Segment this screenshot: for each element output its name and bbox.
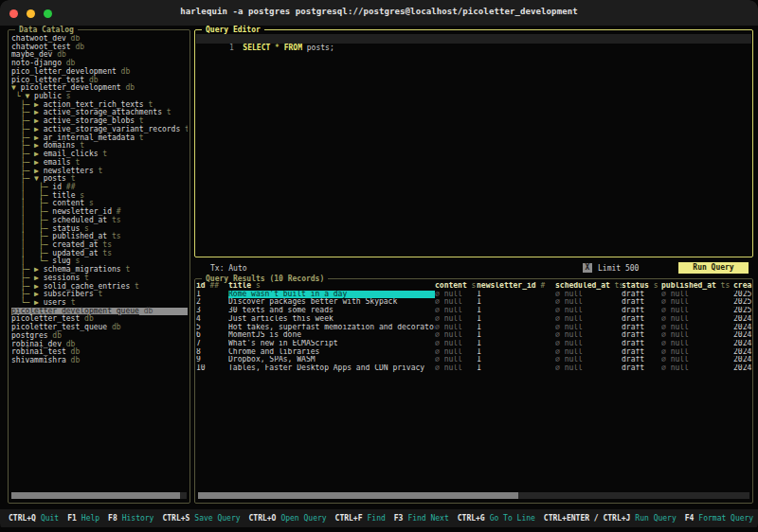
column-header-published_at[interactable]: published_at ts <box>661 282 733 291</box>
shortcut-find[interactable]: CTRL+FFind <box>335 514 386 523</box>
result-cell-title[interactable]: MomentJS is done <box>228 331 435 340</box>
column-header-scheduled_at[interactable]: scheduled_at ts <box>555 282 622 291</box>
result-cell-content[interactable]: ∅ null <box>435 364 477 373</box>
result-cell-content[interactable]: ∅ null <box>435 298 477 307</box>
result-cell-scheduled_at[interactable]: ∅ null <box>555 364 622 373</box>
result-cell-crea[interactable]: 2024 <box>733 348 753 357</box>
result-cell-status[interactable]: draft <box>622 324 661 332</box>
result-cell-status[interactable]: draft <box>622 340 661 348</box>
result-cell-id[interactable]: 9 <box>196 356 228 364</box>
result-cell-crea[interactable]: 2025 <box>733 298 753 307</box>
catalog-horizontal-scrollbar[interactable] <box>11 492 187 499</box>
result-cell-newsletter_id[interactable]: 1 <box>477 364 555 373</box>
column-header-id[interactable]: id ## <box>196 282 228 291</box>
result-cell-title[interactable]: 30 texts and some reads <box>228 307 435 315</box>
shortcut-quit[interactable]: CTRL+QQuit <box>9 514 59 523</box>
result-cell-id[interactable]: 5 <box>196 324 228 332</box>
run-query-button[interactable]: Run Query <box>678 262 749 274</box>
result-cell-status[interactable]: draft <box>622 307 661 315</box>
result-cell-status[interactable]: draft <box>622 291 661 299</box>
result-cell-id[interactable]: 6 <box>196 331 228 340</box>
result-cell-newsletter_id[interactable]: 1 <box>477 315 555 324</box>
result-cell-content[interactable]: ∅ null <box>435 307 477 315</box>
shortcut-open-query[interactable]: CTRL+OOpen Query <box>249 514 327 523</box>
result-cell-status[interactable]: draft <box>622 315 661 324</box>
shortcut-help[interactable]: F1Help <box>67 514 99 523</box>
result-cell-status[interactable]: draft <box>622 298 661 307</box>
result-cell-title[interactable]: Chrome and libraries <box>228 348 435 357</box>
result-cell-status[interactable]: draft <box>622 364 661 373</box>
result-cell-scheduled_at[interactable]: ∅ null <box>555 356 622 364</box>
result-cell-content[interactable]: ∅ null <box>435 348 477 357</box>
shortcut-run-query[interactable]: CTRL+ENTER / CTRL+JRun Query <box>544 514 677 523</box>
result-cell-scheduled_at[interactable]: ∅ null <box>555 348 622 357</box>
result-cell-content[interactable]: ∅ null <box>435 315 477 324</box>
result-cell-newsletter_id[interactable]: 1 <box>477 298 555 307</box>
result-cell-published_at[interactable]: ∅ null <box>661 315 733 324</box>
result-cell-id[interactable]: 10 <box>196 364 228 373</box>
query-editor-panel[interactable]: Query Editor 1 SELECT * FROM posts; <box>194 29 753 257</box>
result-cell-id[interactable]: 7 <box>196 340 228 348</box>
result-cell-published_at[interactable]: ∅ null <box>661 340 733 348</box>
shortcut-find-next[interactable]: F3Find Next <box>394 514 449 523</box>
result-cell-title[interactable]: What's new in ECMAScript <box>228 340 435 348</box>
editor-current-line[interactable]: 1 SELECT * FROM posts; <box>196 34 751 44</box>
result-cell-status[interactable]: draft <box>622 356 661 364</box>
limit-label[interactable]: Limit 500 <box>598 264 639 273</box>
result-cell-content[interactable]: ∅ null <box>435 324 477 332</box>
result-cell-title[interactable]: Just articles this week <box>228 315 435 324</box>
result-cell-title[interactable]: Dropbox, SPAs, WASM <box>228 356 435 364</box>
result-cell-published_at[interactable]: ∅ null <box>661 298 733 307</box>
shortcut-history[interactable]: F8History <box>108 514 153 523</box>
shortcut-save-query[interactable]: CTRL+SSave Query <box>162 514 240 523</box>
result-cell-newsletter_id[interactable]: 1 <box>477 356 555 364</box>
result-cell-title[interactable]: Hot takes, superfast memoization and dec… <box>228 324 435 332</box>
result-cell-newsletter_id[interactable]: 1 <box>477 291 555 299</box>
results-scroll-thumb[interactable] <box>198 492 518 499</box>
result-cell-id[interactable]: 8 <box>196 348 228 357</box>
result-cell-newsletter_id[interactable]: 1 <box>477 348 555 357</box>
result-cell-published_at[interactable]: ∅ null <box>661 364 733 373</box>
column-header-content[interactable]: content s <box>435 282 477 291</box>
result-cell-content[interactable]: ∅ null <box>435 291 477 299</box>
result-cell-newsletter_id[interactable]: 1 <box>477 340 555 348</box>
column-header-title[interactable]: title s <box>228 282 435 291</box>
column-header-crea[interactable]: crea <box>733 282 753 291</box>
result-cell-content[interactable]: ∅ null <box>435 356 477 364</box>
result-cell-id[interactable]: 2 <box>196 298 228 307</box>
result-cell-scheduled_at[interactable]: ∅ null <box>555 315 622 324</box>
result-cell-crea[interactable]: 2024 <box>733 315 753 324</box>
result-cell-title[interactable]: Tables, Faster Desktop Apps and CDN priv… <box>228 364 435 373</box>
result-cell-published_at[interactable]: ∅ null <box>661 348 733 357</box>
result-cell-scheduled_at[interactable]: ∅ null <box>555 340 622 348</box>
result-cell-newsletter_id[interactable]: 1 <box>477 331 555 340</box>
catalog-scroll-thumb[interactable] <box>11 492 180 499</box>
shortcut-go-to-line[interactable]: CTRL+GGo To Line <box>458 514 535 523</box>
result-cell-content[interactable]: ∅ null <box>435 331 477 340</box>
result-cell-id[interactable]: 3 <box>196 307 228 315</box>
result-cell-newsletter_id[interactable]: 1 <box>477 324 555 332</box>
result-cell-scheduled_at[interactable]: ∅ null <box>555 324 622 332</box>
column-header-newsletter_id[interactable]: newsletter_id # <box>477 282 555 291</box>
result-cell-scheduled_at[interactable]: ∅ null <box>555 298 622 307</box>
result-cell-published_at[interactable]: ∅ null <box>661 291 733 299</box>
result-cell-published_at[interactable]: ∅ null <box>661 331 733 340</box>
result-cell-crea[interactable]: 2024 <box>733 356 753 364</box>
result-cell-crea[interactable]: 2024 <box>733 364 753 373</box>
limit-checkbox[interactable]: X <box>583 263 592 273</box>
result-cell-crea[interactable]: 2024 <box>733 340 753 348</box>
result-cell-status[interactable]: draft <box>622 348 661 357</box>
result-cell-newsletter_id[interactable]: 1 <box>477 307 555 315</box>
transaction-mode-label[interactable]: Tx: Auto <box>210 264 247 273</box>
result-cell-title[interactable]: Rome wasn't built in a day <box>228 291 435 299</box>
result-cell-title[interactable]: Discover packages better with Skypack <box>228 298 435 307</box>
result-cell-crea[interactable]: 2024 <box>733 331 753 340</box>
result-cell-status[interactable]: draft <box>622 331 661 340</box>
results-horizontal-scrollbar[interactable] <box>198 492 749 499</box>
result-cell-published_at[interactable]: ∅ null <box>661 307 733 315</box>
result-cell-id[interactable]: 4 <box>196 315 228 324</box>
result-cell-scheduled_at[interactable]: ∅ null <box>555 331 622 340</box>
result-cell-crea[interactable]: 2024 <box>733 324 753 332</box>
column-header-status[interactable]: status s <box>622 282 661 291</box>
result-cell-id[interactable]: 1 <box>196 291 228 299</box>
